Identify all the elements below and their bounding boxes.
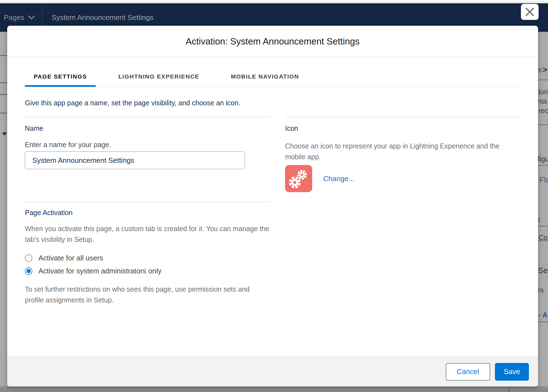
gears-app-icon (285, 165, 312, 192)
intro-text: Give this app page a name, set the page … (25, 99, 521, 107)
radio-activate-all-users[interactable]: Activate for all users (25, 253, 270, 263)
activation-radio-group: Activate for all users Activate for syst… (25, 253, 270, 276)
radio-circle-icon (25, 267, 32, 275)
save-button[interactable]: Save (495, 363, 529, 381)
app-icon-tile (285, 165, 312, 192)
icon-help-text: Choose an icon to represent your app in … (285, 141, 521, 162)
close-button[interactable] (521, 4, 539, 20)
icon-column: Icon Choose an icon to represent your ap… (285, 117, 521, 305)
activation-note: To set further restrictions on who sees … (25, 284, 270, 305)
name-section-heading: Name (25, 124, 270, 132)
radio-label: Activate for all users (38, 254, 103, 262)
tab-mobile-navigation[interactable]: MOBILE NAVIGATION (222, 69, 308, 87)
icon-section-heading: Icon (285, 124, 521, 132)
close-icon (525, 7, 534, 17)
modal-footer: Cancel Save (7, 357, 538, 386)
icon-row: Change... (285, 165, 521, 192)
name-help-text: Enter a name for your page. (25, 141, 270, 149)
section-divider (285, 117, 521, 117)
radio-circle-icon (25, 254, 32, 262)
change-icon-link[interactable]: Change... (323, 174, 354, 183)
window-top-edge (0, 0, 548, 3)
modal-body: PAGE SETTINGS LIGHTNING EXPERIENCE MOBIL… (7, 69, 538, 305)
section-divider (25, 202, 270, 202)
modal-title: Activation: System Announcement Settings (186, 36, 359, 47)
radio-label: Activate for system administrators only (38, 267, 161, 275)
name-activation-column: Name Enter a name for your page. Page Ac… (25, 117, 270, 305)
activation-modal: Activation: System Announcement Settings… (7, 26, 538, 386)
radio-activate-admins-only[interactable]: Activate for system administrators only (25, 266, 270, 276)
tab-lightning-experience[interactable]: LIGHTNING EXPERIENCE (109, 69, 208, 87)
page-activation-description: When you activate this page, a custom ta… (25, 223, 270, 245)
screen: Pages System Announcement Settings e > d… (0, 0, 548, 392)
section-divider (25, 117, 270, 117)
tab-bar: PAGE SETTINGS LIGHTNING EXPERIENCE MOBIL… (25, 69, 521, 87)
cancel-button[interactable]: Cancel (446, 363, 490, 381)
settings-columns: Name Enter a name for your page. Page Ac… (25, 117, 521, 305)
tab-page-settings[interactable]: PAGE SETTINGS (25, 69, 96, 87)
modal-header: Activation: System Announcement Settings (7, 26, 538, 57)
page-activation-heading: Page Activation (25, 209, 270, 217)
page-name-input[interactable] (25, 151, 245, 169)
